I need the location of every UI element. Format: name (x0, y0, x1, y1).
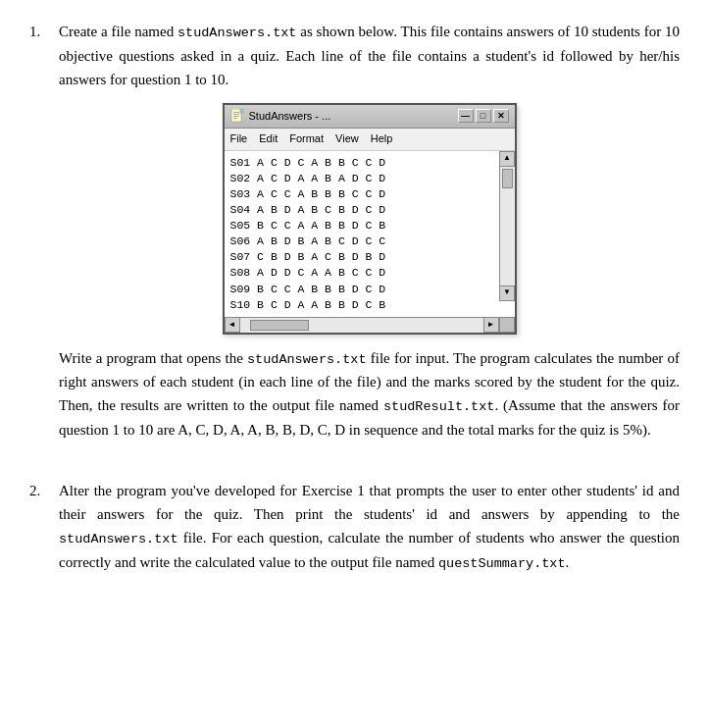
notepad-close-btn[interactable]: ✕ (493, 109, 509, 123)
svg-rect-2 (233, 114, 239, 115)
notepad-content-area: S01 A C D C A B B C C D S02 A C D A A B … (225, 151, 515, 317)
scroll-arrow-down[interactable]: ▼ (499, 286, 515, 301)
notepad-menu-edit[interactable]: Edit (259, 130, 278, 148)
exercise-item-2: 2. Alter the program you've developed fo… (29, 479, 680, 584)
exercise-1-para-1: Create a file named studAnswers.txt as s… (59, 20, 680, 91)
filename-studresult: studResult.txt (383, 399, 494, 414)
notepad-scrollbar-horizontal[interactable]: ◄ ► (225, 317, 499, 333)
notepad-restore-btn[interactable]: □ (476, 109, 491, 123)
exercise-2-para-1: Alter the program you've developed for E… (59, 479, 680, 574)
filename-studanswers-3: studAnswers.txt (59, 532, 178, 546)
filename-studanswers-2: studAnswers.txt (247, 352, 367, 367)
svg-rect-5 (240, 109, 243, 113)
notepad-title-text: StudAnswers - ... (249, 108, 331, 126)
notepad-controls[interactable]: — □ ✕ (458, 109, 509, 123)
notepad-window: StudAnswers - ... — □ ✕ File Edit Format… (223, 103, 517, 335)
scroll-thumb-v[interactable] (502, 169, 513, 188)
scroll-track-h[interactable] (240, 318, 483, 333)
exercise-number-1: 1. (29, 20, 49, 451)
scrollbar-corner (499, 317, 515, 333)
svg-rect-1 (233, 112, 239, 113)
exercise-number-2: 2. (29, 479, 49, 584)
notepad-menu-file[interactable]: File (230, 130, 248, 148)
scroll-arrow-up[interactable]: ▲ (499, 151, 515, 167)
notepad-menubar: File Edit Format View Help (225, 129, 515, 151)
notepad-minimize-btn[interactable]: — (458, 109, 474, 123)
exercise-content-1: Create a file named studAnswers.txt as s… (59, 20, 680, 451)
svg-rect-3 (233, 116, 239, 117)
notepad-menu-format[interactable]: Format (289, 130, 324, 148)
scroll-track-v[interactable] (500, 167, 515, 286)
notepad-menu-view[interactable]: View (335, 130, 359, 148)
exercise-content-2: Alter the program you've developed for E… (59, 479, 680, 584)
notepad-scrollbar-vertical[interactable]: ▲ ▼ (499, 151, 515, 301)
notepad-title-left: StudAnswers - ... (230, 108, 331, 126)
filename-studanswers: studAnswers.txt (177, 26, 297, 40)
svg-rect-4 (233, 118, 237, 119)
scroll-arrow-right[interactable]: ► (483, 317, 499, 333)
notepad-bottom-bar: ◄ ► (225, 317, 515, 333)
exercise-1-para-2: Write a program that opens the studAnswe… (59, 346, 680, 442)
notepad-titlebar: StudAnswers - ... — □ ✕ (225, 105, 515, 130)
notepad-app-icon (230, 109, 244, 123)
filename-questsummary: questSummary.txt (438, 556, 566, 571)
notepad-menu-help[interactable]: Help (371, 130, 393, 148)
svg-rect-0 (231, 109, 241, 122)
exercise-item-1: 1. Create a file named studAnswers.txt a… (29, 20, 680, 451)
scroll-thumb-h[interactable] (250, 320, 309, 331)
scroll-arrow-left[interactable]: ◄ (225, 317, 240, 333)
notepad-text[interactable]: S01 A C D C A B B C C D S02 A C D A A B … (225, 151, 515, 317)
